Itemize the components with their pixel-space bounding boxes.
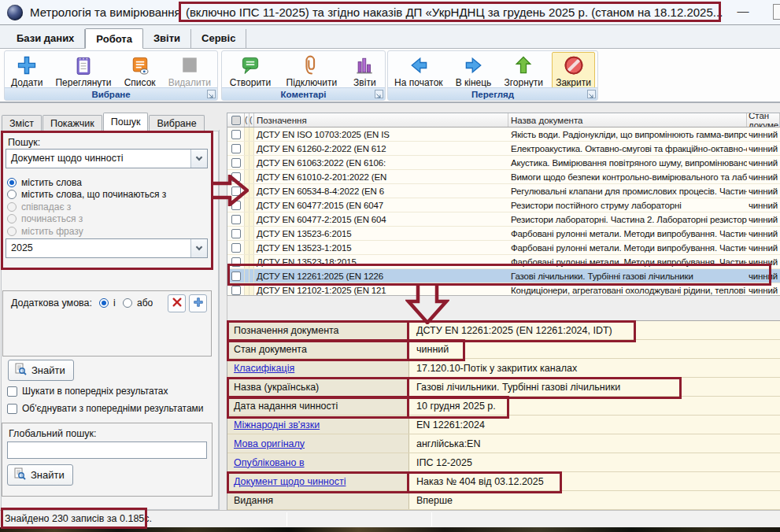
row-checkbox[interactable]: [231, 144, 241, 153]
tab-poshuk[interactable]: Пошук: [103, 113, 149, 131]
table-row[interactable]: ДСТУ EN 12102-1:2025 (EN 121 Кондиціонер…: [227, 283, 780, 295]
result-checkbox-row[interactable]: Об'єднувати з попередніми результатами: [7, 400, 204, 417]
create-comment-button[interactable]: Створити: [226, 52, 275, 89]
match-option-label: співпадає з: [21, 201, 71, 212]
match-option[interactable]: містить слова, що починаються з: [7, 189, 166, 201]
tab-servis[interactable]: Сервіс: [191, 29, 246, 48]
field-combobox[interactable]: Документ щодо чинності: [6, 149, 208, 168]
select-all-checkbox[interactable]: [231, 116, 241, 125]
table-row[interactable]: ДСТУ EN 13523-1:2015 Фарбовані рулонні м…: [227, 241, 780, 255]
tab-vybrane[interactable]: Вибране: [149, 115, 204, 131]
list-button[interactable]: Список: [120, 52, 160, 89]
go-start-button[interactable]: На початок: [390, 52, 447, 89]
match-option[interactable]: співпадає з: [7, 201, 166, 213]
row-checkbox[interactable]: [231, 272, 241, 281]
radio-icon[interactable]: [123, 298, 132, 308]
chevron-down-icon[interactable]: [190, 150, 207, 168]
row-checkbox[interactable]: [231, 187, 241, 196]
maximize-button-partial[interactable]: [773, 4, 780, 20]
condition-radio-and[interactable]: і: [99, 297, 116, 309]
row-status: чинний: [747, 144, 780, 153]
close-button[interactable]: Закрити: [552, 52, 595, 89]
row-checkbox[interactable]: [231, 229, 241, 238]
detail-label-cell: Класифікація: [227, 359, 409, 377]
detail-label[interactable]: Документ щодо чинності: [234, 476, 346, 487]
match-option[interactable]: містить слова: [7, 176, 166, 189]
detail-label[interactable]: Опубліковано в: [234, 457, 305, 468]
table-row[interactable]: ДСТУ EN 13523-18:2015 Фарбовані рулонні …: [227, 255, 780, 269]
table-row[interactable]: ДСТУ EN 13523-6:2015 Фарбовані рулонні м…: [227, 227, 780, 241]
comment-reports-label: Звіти: [353, 77, 376, 88]
find-button[interactable]: Знайти: [8, 360, 74, 381]
table-row[interactable]: ДСТУ EN 60534-8-4:2022 (EN 6 Регулювальн…: [227, 184, 780, 198]
detail-label-cell: Документ щодо чинності: [227, 472, 409, 490]
row-checkbox[interactable]: [231, 286, 241, 295]
field-combobox-value: Документ щодо чинності: [6, 150, 190, 168]
radio-icon[interactable]: [7, 214, 17, 224]
result-checkbox-row[interactable]: Шукати в попередніх результатах: [7, 382, 204, 400]
search-doc-icon: [13, 467, 26, 482]
global-find-button[interactable]: Знайти: [7, 464, 73, 486]
row-checkbox[interactable]: [231, 172, 241, 182]
table-row[interactable]: ДСТУ EN 61063:2022 (EN 6106: Акустика. В…: [227, 156, 780, 170]
table-row[interactable]: ДСТУ EN 60477-2:2015 (EN 604 Резистори л…: [227, 212, 780, 227]
documents-table: ( ( Позначення Назва документа Стан доку…: [227, 113, 780, 295]
tab-pokazhchyk[interactable]: Покажчик: [43, 115, 102, 131]
ribbon-group-perehliad: На початок В кінець Згорнути Закрити Пер…: [387, 50, 598, 101]
row-checkbox[interactable]: [231, 158, 241, 168]
group-expand-icon[interactable]: [207, 90, 216, 98]
checkbox-icon[interactable]: [7, 404, 17, 414]
radio-icon[interactable]: [7, 190, 17, 199]
match-option[interactable]: починається з: [7, 213, 166, 226]
match-options: містить слова містить слова, що починают…: [7, 176, 166, 238]
remove-condition-button[interactable]: [168, 294, 186, 312]
row-name: Акустика. Вимірювання повітряного шуму, …: [508, 158, 747, 168]
header-name[interactable]: Назва документа: [508, 113, 747, 127]
attach-comment-button[interactable]: Підключити: [283, 52, 342, 89]
row-code: ДСТУ EN 61260-2:2022 (EN 612: [254, 144, 508, 153]
sidebar-divider: [219, 130, 220, 510]
collapse-button[interactable]: Згорнути: [500, 52, 547, 89]
chevron-down-icon[interactable]: [190, 239, 207, 257]
radio-icon[interactable]: [7, 227, 17, 236]
global-search-input[interactable]: [7, 441, 207, 459]
tab-zvity[interactable]: Звіти: [143, 29, 191, 48]
add-condition-button[interactable]: [189, 294, 207, 312]
table-row[interactable]: ДСТУ EN 60477:2015 (EN 6047 Резистори по…: [227, 198, 780, 212]
tab-robota[interactable]: Робота: [85, 28, 143, 49]
view-button[interactable]: Переглянути: [51, 52, 115, 89]
radio-icon[interactable]: [7, 202, 17, 212]
group-caption-vybrane: Вибране: [5, 87, 217, 100]
radio-icon[interactable]: [99, 298, 109, 308]
add-button[interactable]: Додати: [7, 52, 46, 89]
table-row[interactable]: ДСТУ EN ISO 10703:2025 (EN IS Якість вод…: [227, 127, 780, 142]
minimize-button[interactable]: —: [726, 0, 760, 24]
row-status: чинний: [747, 286, 780, 295]
row-checkbox[interactable]: [231, 130, 241, 139]
comment-reports-button[interactable]: Звіти: [348, 52, 381, 89]
group-expand-icon[interactable]: [587, 90, 596, 98]
detail-label[interactable]: Мова оригіналу: [234, 438, 305, 449]
query-combobox[interactable]: 2025: [6, 238, 208, 258]
delete-button[interactable]: Видалити: [165, 52, 215, 89]
detail-label[interactable]: Класифікація: [234, 363, 294, 374]
condition-radio-or[interactable]: або: [123, 297, 153, 309]
row-checkbox[interactable]: [231, 215, 241, 224]
match-option[interactable]: містить фразу: [7, 225, 166, 238]
group-expand-icon[interactable]: [375, 90, 383, 98]
table-row[interactable]: ДСТУ EN 61010-2-201:2022 (EN Вимоги щодо…: [227, 170, 780, 184]
row-checkbox[interactable]: [231, 243, 241, 253]
tab-bazy-danykh[interactable]: Бази даних: [6, 29, 85, 48]
collapse-label: Згорнути: [504, 77, 543, 88]
row-checkbox[interactable]: [231, 201, 241, 210]
detail-label[interactable]: Міжнародні зв'язки: [234, 419, 320, 430]
row-checkbox[interactable]: [231, 257, 241, 267]
header-code[interactable]: Позначення: [254, 113, 508, 127]
table-row[interactable]: ДСТУ EN 61260-2:2022 (EN 612 Електроакус…: [227, 142, 780, 156]
radio-icon[interactable]: [7, 178, 17, 187]
checkbox-icon[interactable]: [7, 386, 17, 397]
tab-zmist[interactable]: Зміст: [2, 115, 42, 131]
header-status[interactable]: Стан докуме: [747, 113, 780, 127]
table-row[interactable]: ДСТУ EN 12261:2025 (EN 1226 Газові лічил…: [227, 269, 780, 283]
go-end-button[interactable]: В кінець: [452, 52, 496, 89]
